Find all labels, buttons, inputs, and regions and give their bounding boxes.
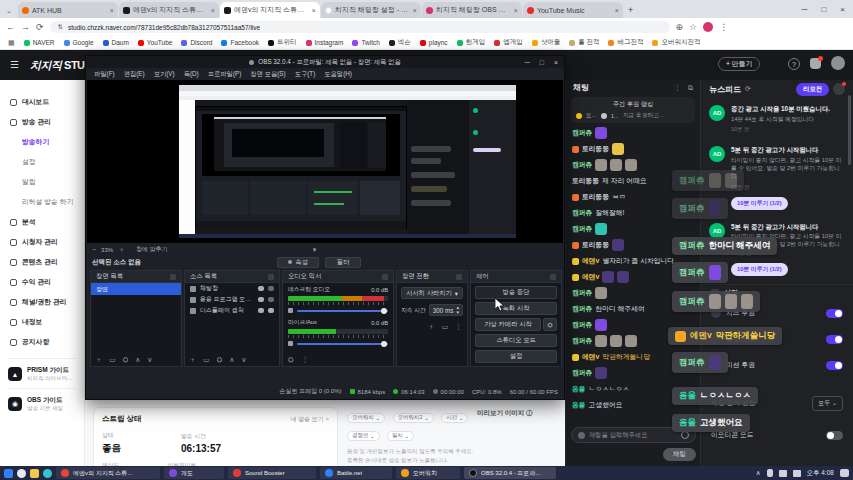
menu-file[interactable]: 파일(F) [94, 70, 115, 79]
sidebar-item-analytics[interactable]: 분석 [0, 212, 84, 232]
tag-chip[interactable]: 오버워치 ⌄ [347, 413, 385, 423]
add-transition-icon[interactable]: ＋ [427, 323, 434, 330]
bookmark[interactable]: Twitch [352, 39, 379, 46]
sidebar-item-content[interactable]: 콘텐츠 관리 [0, 252, 84, 272]
window-minimize-button[interactable]: ─ [802, 5, 808, 14]
delay-ad-button[interactable]: 10분 미루기 (1/2) [731, 197, 788, 210]
clock[interactable]: 오후 4:08 [807, 469, 834, 478]
profile-avatar[interactable] [703, 22, 713, 32]
sidebar-item-notice[interactable]: 공지사항 [0, 332, 84, 352]
visibility-eye-icon[interactable] [258, 286, 264, 291]
reload-icon[interactable]: ⟳ [36, 22, 44, 32]
fit-to-window[interactable]: 창에 맞추기 [136, 245, 168, 254]
browser-tab-active[interactable]: 에덴v의 지지직 스튜디오× [220, 2, 320, 18]
dock-collapse-icon[interactable] [382, 274, 388, 280]
chevron-down-icon[interactable]: ▾ [313, 246, 317, 253]
site-settings-icon[interactable]: ⇅ [58, 23, 63, 31]
obs-close-button[interactable]: × [554, 59, 558, 66]
notification-center-icon[interactable] [840, 469, 849, 477]
url-field[interactable]: ⇅ studio.chzzk.naver.com/78731de95c82db7… [50, 21, 670, 33]
bookmark[interactable]: 오버워치전적 [652, 38, 700, 47]
remote-profile-icon[interactable] [833, 83, 845, 95]
emoticon-toggle[interactable] [826, 431, 843, 440]
mission-toggle[interactable] [826, 361, 843, 370]
chat-send-button[interactable]: 채팅 [663, 448, 696, 461]
bookmark[interactable]: 배그전적 [608, 38, 643, 47]
tab-close-icon[interactable]: × [110, 7, 114, 14]
dock-collapse-icon[interactable] [268, 274, 274, 280]
virtual-camera-config-icon[interactable]: ⛭ [543, 318, 557, 331]
dock-collapse-icon[interactable] [456, 274, 462, 280]
volume-slider[interactable] [297, 310, 388, 312]
bookmark[interactable]: 롤 전적 [569, 38, 599, 47]
tray-chevron-icon[interactable]: ∧ [756, 469, 761, 477]
speaker-icon[interactable] [288, 341, 293, 346]
taskbar-app-battlenet[interactable]: Battle.net [320, 467, 392, 479]
tag-chip[interactable]: 경쟁전 ⌄ [347, 431, 380, 441]
bookmark[interactable]: Daum [103, 39, 129, 46]
remote-control-button[interactable]: 리모컨 [796, 83, 829, 96]
browser-tab[interactable]: ATK HUB× [18, 2, 118, 18]
volume-tray-icon[interactable] [793, 470, 801, 477]
start-virtual-camera-button[interactable]: 가상 카메라 시작 [475, 318, 541, 331]
weekly-donation-ranking[interactable]: 주간 후원 랭킹 토... 1... 지금 후원하고... [571, 97, 695, 123]
obs-guide-card[interactable]: ◉OBS 가이드방송 기본 세팅 [8, 388, 76, 412]
bookmark[interactable]: 트위터 [268, 38, 297, 47]
menu-help[interactable]: 도움말(H) [324, 70, 352, 79]
lock-icon[interactable] [268, 308, 274, 313]
search-icon[interactable] [17, 469, 26, 478]
taskbar-app-chrome[interactable]: 에덴v의 지지직 스튜... [56, 467, 160, 479]
sidebar-item-settings[interactable]: 설정 [0, 152, 84, 172]
browser-tab[interactable]: 치지직 채팅창 설정 - Google× [321, 2, 421, 18]
remove-source-icon[interactable]: ▭ [203, 356, 210, 363]
lock-icon[interactable] [268, 297, 274, 302]
new-tab-button[interactable]: + [628, 5, 633, 15]
hamburger-menu-icon[interactable]: ☰ [10, 59, 19, 70]
refresh-icon[interactable]: ⟳ [745, 85, 751, 93]
filters-button[interactable]: 필터 [325, 257, 361, 268]
remove-scene-icon[interactable]: ▭ [109, 356, 116, 363]
speaker-icon[interactable] [288, 308, 293, 313]
sidebar-item-viewers[interactable]: 시청자 관리 [0, 232, 84, 252]
bookmark[interactable]: YouTube [138, 39, 173, 46]
network-tray-icon[interactable] [779, 470, 787, 477]
tab-close-icon[interactable]: × [211, 7, 215, 14]
dock-collapse-icon[interactable] [550, 274, 556, 280]
sidebar-item-broadcast[interactable]: 방송 관리 [0, 112, 84, 132]
bookmark[interactable]: Discord [181, 39, 212, 46]
source-item-app-audio[interactable]: 응용 프로그램 오디오 [185, 294, 279, 305]
sidebar-item-dashboard[interactable]: 대시보드 [0, 92, 84, 112]
newsfeed-scrollbar[interactable] [848, 95, 851, 165]
zoom-out-icon[interactable]: − [92, 246, 96, 253]
emoji-icon[interactable] [681, 431, 689, 439]
taskbar-app-gedo[interactable]: 게도 [164, 467, 224, 479]
permission-dropdown[interactable]: 모두 ⌄ [812, 396, 843, 411]
menu-docks[interactable]: 독(D) [184, 70, 199, 79]
bookmark[interactable]: 엠게임 [494, 38, 523, 47]
newsfeed-item[interactable]: AD 중간 광고 시작을 10분 미뤘습니다.14분 44초 후 시작될 예정입… [701, 98, 853, 139]
chrome-menu-icon[interactable]: ⋮ [719, 22, 728, 32]
obs-settings-button[interactable]: 설정 [475, 350, 557, 363]
chat-menu-icon[interactable]: ⋮ [674, 84, 681, 92]
sidebar-item-alerts[interactable]: 알림 [0, 172, 84, 192]
source-properties-icon[interactable]: ⛭ [217, 356, 223, 363]
mic-tray-icon[interactable] [767, 469, 773, 477]
taskbar-app-sound-booster[interactable]: Sound Booster [228, 467, 316, 479]
create-button[interactable]: + 만들기 [718, 57, 760, 71]
menu-scene-collection[interactable]: 장면 모음(S) [250, 70, 285, 79]
stop-streaming-button[interactable]: 방송 중단 [475, 286, 557, 299]
tab-close-icon[interactable]: × [413, 7, 417, 14]
tag-chip[interactable]: 오버워치2 ⌄ [393, 413, 434, 423]
bookmark[interactable]: 한게임 [457, 38, 486, 47]
add-scene-icon[interactable]: ＋ [95, 356, 102, 363]
sidebar-item-go-live[interactable]: 방송하기 [0, 132, 84, 152]
sidebar-item-my-info[interactable]: 내정보 [0, 312, 84, 332]
menu-tools[interactable]: 도구(T) [295, 70, 316, 79]
source-item-chat[interactable]: 채팅창 [185, 283, 279, 294]
lock-icon[interactable] [268, 286, 274, 291]
bookmark[interactable]: Instagram [306, 39, 344, 46]
visibility-eye-icon[interactable] [258, 297, 264, 302]
back-icon[interactable]: ← [6, 22, 15, 32]
transition-type-dropdown[interactable]: 서서히 사라지기▾ [401, 287, 463, 299]
studio-mode-button[interactable]: 스튜디오 모드 [475, 334, 557, 347]
